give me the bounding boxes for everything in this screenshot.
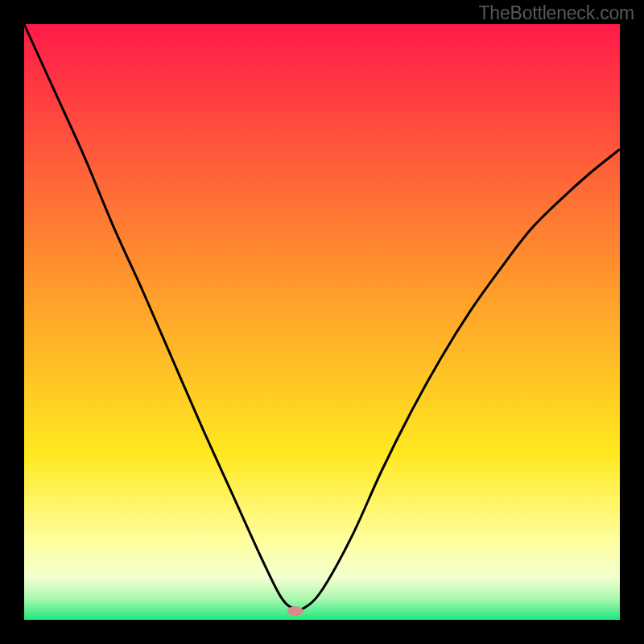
optimum-marker [287,606,303,616]
plot-background [24,24,620,620]
chart-container: TheBottleneck.com [0,0,644,644]
watermark-text: TheBottleneck.com [479,2,634,24]
bottleneck-chart [0,0,644,644]
